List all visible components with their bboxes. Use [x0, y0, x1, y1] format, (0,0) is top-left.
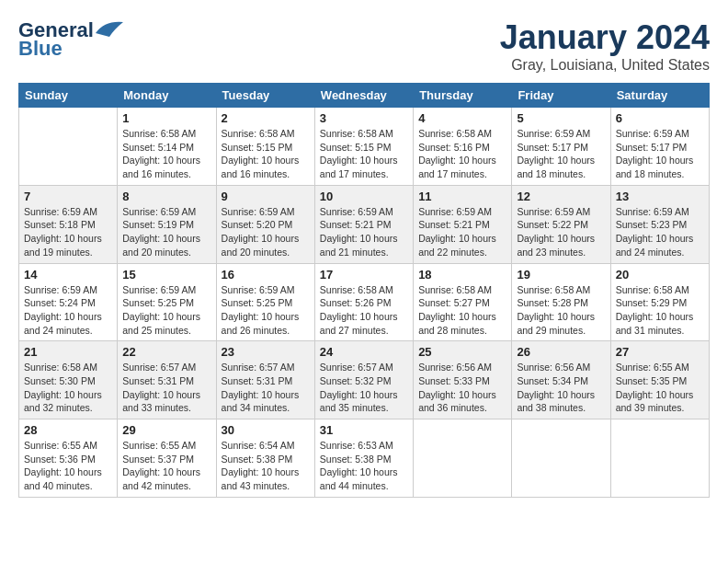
- day-number: 18: [418, 268, 506, 282]
- logo-blue: Blue: [18, 37, 63, 61]
- calendar-cell: 18Sunrise: 6:58 AM Sunset: 5:27 PM Dayli…: [414, 263, 512, 341]
- title-area: January 2024 Gray, Louisiana, United Sta…: [500, 18, 710, 74]
- day-number: 7: [24, 190, 112, 203]
- calendar-cell: 26Sunrise: 6:56 AM Sunset: 5:34 PM Dayli…: [512, 341, 610, 419]
- calendar-cell: 31Sunrise: 6:53 AM Sunset: 5:38 PM Dayli…: [314, 419, 413, 498]
- calendar-cell: 19Sunrise: 6:58 AM Sunset: 5:28 PM Dayli…: [512, 263, 610, 341]
- calendar-cell: 29Sunrise: 6:55 AM Sunset: 5:37 PM Dayli…: [118, 419, 216, 498]
- subtitle: Gray, Louisiana, United States: [500, 57, 710, 74]
- day-number: 24: [320, 345, 408, 359]
- calendar-cell: 8Sunrise: 6:59 AM Sunset: 5:19 PM Daylig…: [118, 185, 216, 263]
- calendar-cell: 20Sunrise: 6:58 AM Sunset: 5:29 PM Dayli…: [610, 263, 709, 341]
- day-number: 27: [616, 345, 704, 359]
- day-info: Sunrise: 6:57 AM Sunset: 5:32 PM Dayligh…: [320, 361, 408, 415]
- day-info: Sunrise: 6:59 AM Sunset: 5:18 PM Dayligh…: [24, 205, 112, 259]
- calendar-cell: [512, 419, 610, 498]
- day-number: 12: [517, 190, 605, 203]
- day-info: Sunrise: 6:58 AM Sunset: 5:14 PM Dayligh…: [122, 127, 210, 181]
- day-number: 5: [517, 111, 605, 125]
- day-number: 10: [320, 190, 408, 203]
- calendar-week-row: 7Sunrise: 6:59 AM Sunset: 5:18 PM Daylig…: [19, 185, 710, 263]
- calendar-cell: 6Sunrise: 6:59 AM Sunset: 5:17 PM Daylig…: [610, 108, 709, 186]
- calendar-cell: [610, 419, 709, 498]
- day-number: 11: [418, 190, 506, 203]
- day-info: Sunrise: 6:55 AM Sunset: 5:35 PM Dayligh…: [616, 361, 704, 415]
- day-number: 29: [122, 423, 210, 437]
- calendar-cell: [414, 419, 512, 498]
- day-info: Sunrise: 6:59 AM Sunset: 5:24 PM Dayligh…: [24, 283, 112, 338]
- calendar-body: 1Sunrise: 6:58 AM Sunset: 5:14 PM Daylig…: [19, 108, 710, 498]
- calendar-cell: 22Sunrise: 6:57 AM Sunset: 5:31 PM Dayli…: [118, 341, 216, 419]
- day-number: 8: [122, 190, 210, 203]
- day-number: 26: [517, 345, 605, 359]
- calendar-cell: 9Sunrise: 6:59 AM Sunset: 5:20 PM Daylig…: [216, 185, 314, 263]
- calendar-cell: 27Sunrise: 6:55 AM Sunset: 5:35 PM Dayli…: [610, 341, 709, 419]
- day-number: 19: [517, 268, 605, 282]
- day-info: Sunrise: 6:58 AM Sunset: 5:27 PM Dayligh…: [418, 283, 506, 338]
- day-info: Sunrise: 6:56 AM Sunset: 5:34 PM Dayligh…: [517, 361, 605, 415]
- day-info: Sunrise: 6:59 AM Sunset: 5:25 PM Dayligh…: [122, 283, 210, 338]
- day-info: Sunrise: 6:55 AM Sunset: 5:37 PM Dayligh…: [122, 439, 210, 493]
- day-info: Sunrise: 6:58 AM Sunset: 5:29 PM Dayligh…: [616, 283, 704, 338]
- day-info: Sunrise: 6:53 AM Sunset: 5:38 PM Dayligh…: [320, 439, 408, 493]
- day-number: 17: [320, 268, 408, 282]
- calendar-cell: 13Sunrise: 6:59 AM Sunset: 5:23 PM Dayli…: [610, 185, 709, 263]
- day-info: Sunrise: 6:58 AM Sunset: 5:15 PM Dayligh…: [222, 127, 310, 181]
- day-info: Sunrise: 6:58 AM Sunset: 5:28 PM Dayligh…: [517, 283, 605, 338]
- day-number: 3: [320, 111, 408, 125]
- calendar-table: SundayMondayTuesdayWednesdayThursdayFrid…: [18, 83, 710, 498]
- day-number: 9: [222, 190, 310, 203]
- day-number: 4: [418, 111, 506, 125]
- day-info: Sunrise: 6:59 AM Sunset: 5:17 PM Dayligh…: [517, 127, 605, 181]
- day-number: 31: [320, 423, 408, 437]
- calendar-header-saturday: Saturday: [610, 84, 709, 108]
- calendar-cell: 11Sunrise: 6:59 AM Sunset: 5:21 PM Dayli…: [414, 185, 512, 263]
- day-info: Sunrise: 6:59 AM Sunset: 5:21 PM Dayligh…: [320, 205, 408, 259]
- day-info: Sunrise: 6:57 AM Sunset: 5:31 PM Dayligh…: [222, 361, 310, 415]
- calendar-week-row: 14Sunrise: 6:59 AM Sunset: 5:24 PM Dayli…: [19, 263, 710, 341]
- calendar-week-row: 28Sunrise: 6:55 AM Sunset: 5:36 PM Dayli…: [19, 419, 710, 498]
- calendar-cell: 12Sunrise: 6:59 AM Sunset: 5:22 PM Dayli…: [512, 185, 610, 263]
- day-number: 28: [24, 423, 112, 437]
- day-number: 22: [122, 345, 210, 359]
- calendar-header-friday: Friday: [512, 84, 610, 108]
- day-info: Sunrise: 6:59 AM Sunset: 5:25 PM Dayligh…: [222, 283, 310, 338]
- calendar-cell: [19, 108, 118, 186]
- day-number: 21: [24, 345, 112, 359]
- day-number: 23: [222, 345, 310, 359]
- calendar-cell: 1Sunrise: 6:58 AM Sunset: 5:14 PM Daylig…: [118, 108, 216, 186]
- calendar-header-monday: Monday: [118, 84, 216, 108]
- day-number: 16: [222, 268, 310, 282]
- day-info: Sunrise: 6:55 AM Sunset: 5:36 PM Dayligh…: [24, 439, 112, 493]
- calendar-cell: 4Sunrise: 6:58 AM Sunset: 5:16 PM Daylig…: [414, 108, 512, 186]
- day-number: 6: [616, 111, 704, 125]
- calendar-header-tuesday: Tuesday: [216, 84, 314, 108]
- day-number: 2: [222, 111, 310, 125]
- day-info: Sunrise: 6:58 AM Sunset: 5:15 PM Dayligh…: [320, 127, 408, 181]
- calendar-cell: 16Sunrise: 6:59 AM Sunset: 5:25 PM Dayli…: [216, 263, 314, 341]
- calendar-cell: 25Sunrise: 6:56 AM Sunset: 5:33 PM Dayli…: [414, 341, 512, 419]
- page-header: General Blue January 2024 Gray, Louisian…: [18, 18, 710, 74]
- day-info: Sunrise: 6:58 AM Sunset: 5:16 PM Dayligh…: [418, 127, 506, 181]
- day-info: Sunrise: 6:54 AM Sunset: 5:38 PM Dayligh…: [222, 439, 310, 493]
- calendar-cell: 2Sunrise: 6:58 AM Sunset: 5:15 PM Daylig…: [216, 108, 314, 186]
- day-info: Sunrise: 6:59 AM Sunset: 5:22 PM Dayligh…: [517, 205, 605, 259]
- calendar-week-row: 1Sunrise: 6:58 AM Sunset: 5:14 PM Daylig…: [19, 108, 710, 186]
- day-info: Sunrise: 6:58 AM Sunset: 5:30 PM Dayligh…: [24, 361, 112, 415]
- calendar-week-row: 21Sunrise: 6:58 AM Sunset: 5:30 PM Dayli…: [19, 341, 710, 419]
- calendar-cell: 14Sunrise: 6:59 AM Sunset: 5:24 PM Dayli…: [19, 263, 118, 341]
- calendar-header-thursday: Thursday: [414, 84, 512, 108]
- logo-wing-icon: [96, 20, 123, 37]
- calendar-cell: 21Sunrise: 6:58 AM Sunset: 5:30 PM Dayli…: [19, 341, 118, 419]
- day-number: 20: [616, 268, 704, 282]
- day-number: 14: [24, 268, 112, 282]
- calendar-cell: 30Sunrise: 6:54 AM Sunset: 5:38 PM Dayli…: [216, 419, 314, 498]
- calendar-header-row: SundayMondayTuesdayWednesdayThursdayFrid…: [19, 84, 710, 108]
- day-info: Sunrise: 6:58 AM Sunset: 5:26 PM Dayligh…: [320, 283, 408, 338]
- day-info: Sunrise: 6:59 AM Sunset: 5:20 PM Dayligh…: [222, 205, 310, 259]
- calendar-cell: 24Sunrise: 6:57 AM Sunset: 5:32 PM Dayli…: [314, 341, 413, 419]
- day-number: 13: [616, 190, 704, 203]
- calendar-cell: 7Sunrise: 6:59 AM Sunset: 5:18 PM Daylig…: [19, 185, 118, 263]
- calendar-cell: 3Sunrise: 6:58 AM Sunset: 5:15 PM Daylig…: [314, 108, 413, 186]
- day-info: Sunrise: 6:59 AM Sunset: 5:17 PM Dayligh…: [616, 127, 704, 181]
